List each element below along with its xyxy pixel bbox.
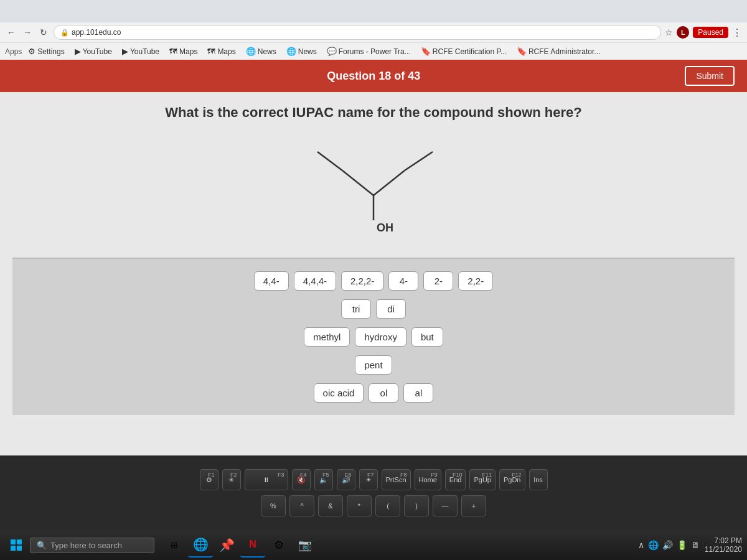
pause-label: Paused [698,28,723,37]
key-f7[interactable]: ☀ F7 [359,469,378,490]
token-4-4[interactable]: 4,4- [254,271,289,291]
svg-line-1 [317,152,342,170]
search-bar[interactable]: 🔍 Type here to search [30,538,154,553]
bookmark-news-1-label: News [258,47,276,56]
question-info: Question 18 of 43 [62,70,685,83]
rcfe-admin-icon: 🔖 [517,47,527,56]
address-text: app.101edu.co [72,28,121,37]
token-4-4-4[interactable]: 4,4,4- [294,271,336,291]
submit-button[interactable]: Submit [685,66,735,86]
back-button[interactable]: ← [5,26,17,39]
taskbar-apps: ⊞ 🌐 📌 N ⚙ 📷 [162,533,317,558]
token-methyl[interactable]: methyl [304,327,350,347]
chrome-icon: 🌐 [193,537,209,552]
forward-button[interactable]: → [21,26,34,39]
clock[interactable]: 7:02 PM 11/21/2020 [705,536,742,554]
chevron-up-icon[interactable]: ∧ [638,540,644,550]
svg-line-3 [405,152,433,170]
key-lparen[interactable]: ( [375,495,400,516]
key-pgdn[interactable]: PgDn F12 [499,469,525,490]
token-oic-acid[interactable]: oic acid [314,383,364,403]
key-f8[interactable]: PrtScn F8 [382,469,411,490]
bookmark-forums[interactable]: 💬 Forums - Power Tra... [323,45,415,57]
key-f6[interactable]: 🔊 F6 [337,469,355,490]
maps-icon-1: 🗺 [169,47,177,56]
molecule-svg: OH [280,133,467,245]
taskbar-right: ∧ 🌐 🔊 🔋 🖥 7:02 PM 11/21/2020 [638,536,742,554]
key-ampersand[interactable]: & [318,495,343,516]
token-tri[interactable]: tri [341,299,371,319]
bookmark-news-2[interactable]: 🌐 News [283,45,321,57]
key-pgup[interactable]: PgUp F11 [469,469,496,490]
bookmark-news-1[interactable]: 🌐 News [242,45,280,57]
bookmark-settings[interactable]: ⚙ Settings [24,45,68,57]
system-icons: ∧ 🌐 🔊 🔋 🖥 [638,540,700,550]
taskbar-pin-btn[interactable]: 📌 [214,533,239,558]
bookmark-rcfe-admin-label: RCFE Administrator... [529,47,600,56]
address-bar[interactable]: 🔒 app.101edu.co [54,25,661,40]
app-header: Question 18 of 43 Submit [0,60,747,92]
taskbar-camera-btn[interactable]: 📷 [293,533,317,558]
bookmark-rcfe-admin[interactable]: 🔖 RCFE Administrator... [513,45,604,57]
key-rparen[interactable]: ) [404,495,429,516]
bookmark-youtube-1-label: YouTube [83,47,112,56]
key-f3-pause[interactable]: ⏸ F3 [245,469,288,490]
key-end[interactable]: End F10 [445,469,466,490]
key-f2[interactable]: ✳ F2 [222,469,241,490]
apps-label[interactable]: Apps [5,47,22,56]
menu-dots[interactable]: ⋮ [732,27,742,39]
token-2[interactable]: 2- [423,271,453,291]
token-pent[interactable]: pent [355,355,392,375]
display-icon[interactable]: 🖥 [691,540,700,550]
bookmark-youtube-2-label: YouTube [130,47,159,56]
token-hydroxy[interactable]: hydroxy [355,327,406,347]
token-row-1: 4,4- 4,4,4- 2,2,2- 4- 2- 2,2- [254,271,493,291]
token-di[interactable]: di [376,299,406,319]
token-row-2: tri di [341,299,406,319]
token-al[interactable]: al [403,383,433,403]
youtube-icon-2: ▶ [122,47,128,56]
taskbar-desktop-btn[interactable]: ⊞ [162,533,187,558]
reload-button[interactable]: ↻ [37,26,50,39]
bookmark-maps-2[interactable]: 🗺 Maps [204,45,239,57]
volume-icon[interactable]: 🔊 [662,540,673,550]
key-plus[interactable]: + [461,495,486,516]
start-button[interactable] [5,534,27,556]
bookmark-rcfe-cert[interactable]: 🔖 RCFE Certification P... [417,45,510,57]
token-2-2[interactable]: 2,2- [458,271,493,291]
key-caret[interactable]: ^ [289,495,314,516]
taskbar-netflix-btn[interactable]: N [240,533,265,558]
key-f5[interactable]: 🔈 F5 [314,469,333,490]
key-f4[interactable]: 🔇 F4 [292,469,311,490]
battery-icon[interactable]: 🔋 [677,540,687,550]
star-icon[interactable]: ☆ [665,27,673,37]
token-but[interactable]: but [411,327,443,347]
bookmark-youtube-1[interactable]: ▶ YouTube [71,45,116,57]
token-2-2-2[interactable]: 2,2,2- [341,271,383,291]
news-icon-2: 🌐 [286,47,296,56]
token-row-5: oic acid ol al [314,383,434,403]
taskbar-chrome-btn[interactable]: 🌐 [188,533,213,558]
key-f1[interactable]: ⚙ F1 [200,469,218,490]
key-dash[interactable]: — [433,495,458,516]
bookmark-maps-1-label: Maps [179,47,197,56]
token-ol[interactable]: ol [369,383,398,403]
taskbar: 🔍 Type here to search ⊞ 🌐 📌 N ⚙ 📷 ∧ 🌐 🔊 … [0,530,747,560]
bookmark-youtube-2[interactable]: ▶ YouTube [118,45,163,57]
network-icon[interactable]: 🌐 [648,540,659,550]
key-star[interactable]: * [347,495,372,516]
token-4[interactable]: 4- [388,271,418,291]
taskbar-left: 🔍 Type here to search [5,534,154,556]
answer-area: 4,4- 4,4,4- 2,2,2- 4- 2- 2,2- tri di met… [12,258,735,415]
key-ins[interactable]: Ins [529,469,548,490]
lock-icon: 🔒 [60,29,69,37]
netflix-icon: N [249,539,256,550]
camera-icon: 📷 [298,538,312,552]
bookmark-settings-label: Settings [37,47,64,56]
key-home[interactable]: Home F9 [415,469,441,490]
bookmark-maps-1[interactable]: 🗺 Maps [166,45,201,57]
news-icon-1: 🌐 [246,47,256,56]
bookmark-maps-2-label: Maps [217,47,235,56]
key-percent[interactable]: % [261,495,286,516]
taskbar-gear-btn[interactable]: ⚙ [266,533,291,558]
